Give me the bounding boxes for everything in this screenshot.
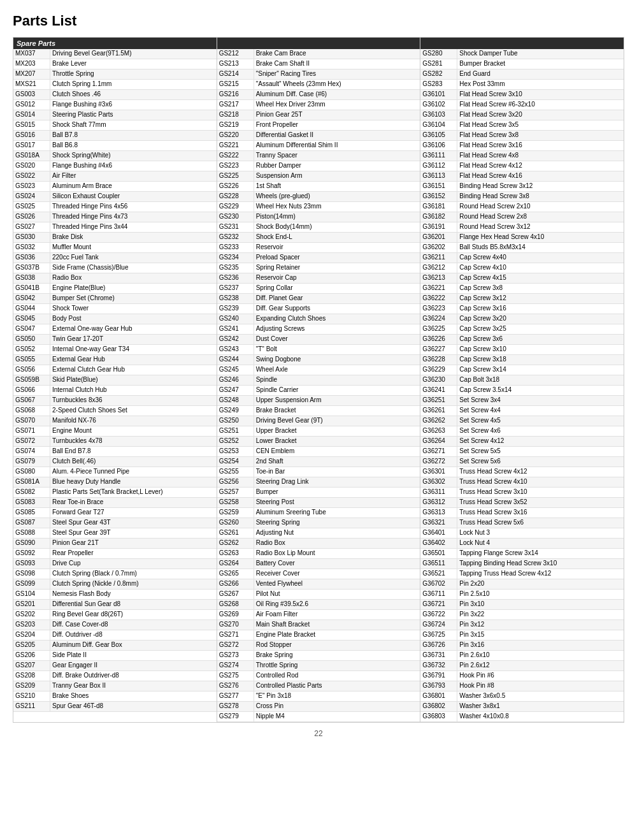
part-name: External Gear Hub: [50, 355, 217, 365]
part-code: G36221: [420, 284, 457, 293]
table-row: G36263Set Screw 4x6: [420, 426, 624, 437]
part-code: GS217: [217, 100, 254, 110]
table-row: G36202Ball Studs B5.8xM3x14: [420, 243, 624, 253]
part-name: Steering Drag Link: [254, 477, 420, 487]
part-name: Preload Spacer: [254, 253, 420, 263]
part-name: Radio Box: [50, 273, 217, 283]
table-row: GS276Controlled Plastic Parts: [217, 681, 420, 692]
part-code: GS099: [13, 579, 50, 589]
table-row: G36111Flat Head Screw 4x8: [420, 151, 624, 161]
table-row: GS268Oil Ring #39.5x2.6: [217, 600, 420, 610]
part-code: GS044: [13, 304, 50, 314]
table-row: GS2261st Shaft: [217, 182, 420, 192]
part-code: GS038: [13, 273, 50, 283]
table-row: GS041BEngine Plate(Blue): [13, 284, 217, 294]
table-row: GS202Ring Bevel Gear d8(26T): [13, 610, 217, 620]
table-row: GS2542nd Shaft: [217, 457, 420, 467]
table-row: GS277"E" Pin 3x18: [217, 692, 420, 702]
table-row: GS207Gear Engager II: [13, 661, 217, 671]
column-0: Spare PartsMX037Driving Bevel Gear(9T1.5…: [13, 37, 217, 723]
table-row: GS080Alum. 4-Piece Tunned Pipe: [13, 467, 217, 477]
table-row: G36301Truss Head Screw 4x12: [420, 467, 624, 477]
part-code: G36182: [420, 212, 457, 222]
table-row: G36224Cap Screw 3x20: [420, 314, 624, 324]
table-row: GS206Side Plate II: [13, 651, 217, 661]
part-code: GS090: [13, 539, 50, 548]
table-row: GS241Adjusting Screws: [217, 324, 420, 335]
part-code: G36105: [420, 131, 457, 140]
part-name: Pinion Gear 21T: [50, 539, 217, 548]
table-row: GS213Brake Cam Shaft II: [217, 59, 420, 69]
table-row: G36241Cap Screw 3.5x14: [420, 386, 624, 396]
part-name: Pin 3x22: [457, 610, 624, 619]
part-name: Set Screw 4x6: [457, 426, 624, 436]
part-code: GS250: [217, 416, 254, 426]
part-code: GS209: [13, 681, 50, 691]
table-row: GS090Pinion Gear 21T: [13, 539, 217, 549]
part-code: G36321: [420, 518, 457, 528]
part-code: G36223: [420, 304, 457, 314]
part-code: GS015: [13, 120, 50, 130]
part-code: GS020: [13, 161, 50, 171]
part-code: GS220: [217, 131, 254, 140]
part-name: Flange Bushing #3x6: [50, 100, 217, 110]
part-code: G36225: [420, 324, 457, 334]
part-name: Brake Shoes: [50, 692, 217, 701]
part-code: GS264: [217, 559, 254, 568]
part-code: G36725: [420, 630, 457, 640]
part-name: Throttle Spring: [50, 69, 217, 79]
part-name: Ball B7.8: [50, 131, 217, 140]
part-name: Turnbuckles 8x36: [50, 396, 217, 405]
part-code: GS203: [13, 620, 50, 630]
part-code: G36201: [420, 233, 457, 242]
part-code: GS024: [13, 192, 50, 201]
part-code: MX203: [13, 59, 50, 69]
part-code: GS074: [13, 447, 50, 456]
part-code: G36791: [420, 671, 457, 681]
table-row: G36230Cap Bolt 3x18: [420, 375, 624, 386]
part-code: GS022: [13, 171, 50, 181]
part-code: GS270: [217, 620, 254, 630]
table-row: GS088Steel Spur Gear 39T: [13, 528, 217, 539]
part-code: GS207: [13, 661, 50, 670]
part-code: G36191: [420, 222, 457, 232]
part-code: GS206: [13, 651, 50, 660]
part-name: Flat Head Screw 3x8: [457, 131, 624, 140]
table-row: GS271Engine Plate Bracket: [217, 630, 420, 641]
part-name: CEN Emblem: [254, 447, 420, 456]
part-name: Washer 3x6x0.5: [457, 692, 624, 701]
part-name: Cap Screw 3x8: [457, 284, 624, 293]
table-row: GS071Engine Mount: [13, 426, 217, 437]
part-name: Pinion Gear 25T: [254, 110, 420, 120]
part-name: Controlled Rod: [254, 671, 420, 681]
table-row: GS258Steering Post: [217, 498, 420, 508]
table-row: GS260Steering Spring: [217, 518, 420, 528]
table-row: MX037Driving Bevel Gear(9T1.5M): [13, 49, 217, 59]
part-code: GS273: [217, 651, 254, 660]
part-name: Radio Box: [254, 539, 420, 548]
table-row: GS003Clutch Shoes .46: [13, 90, 217, 100]
part-code: GS237: [217, 284, 254, 293]
table-row: GS042Bumper Set (Chrome): [13, 294, 217, 304]
part-code: GS261: [217, 528, 254, 538]
part-code: GS211: [13, 702, 50, 711]
part-code: G36803: [420, 712, 457, 721]
table-row: G36702Pin 2x20: [420, 579, 624, 590]
part-code: GS066: [13, 386, 50, 395]
table-row: G36225Cap Screw 3x25: [420, 324, 624, 335]
part-code: GS275: [217, 671, 254, 681]
part-code: GS243: [217, 345, 254, 354]
part-code: GS249: [217, 406, 254, 416]
table-row: G36103Flat Head Screw 3x20: [420, 110, 624, 120]
part-code: GS257: [217, 488, 254, 497]
table-row: G36271Set Screw 5x5: [420, 447, 624, 457]
part-name: Clutch Shoes .46: [50, 90, 217, 99]
table-row: GS082Plastic Parts Set(Tank Bracket,L Le…: [13, 488, 217, 498]
table-row: MX207Throttle Spring: [13, 69, 217, 80]
part-name: Forward Gear T27: [50, 508, 217, 518]
table-row: GS262Radio Box: [217, 539, 420, 549]
part-code: GS244: [217, 355, 254, 365]
part-name: Front Propeller: [254, 120, 420, 130]
table-row: GS099Clutch Spring (Nickle / 0.8mm): [13, 579, 217, 590]
part-name: Set Screw 4x4: [457, 406, 624, 416]
